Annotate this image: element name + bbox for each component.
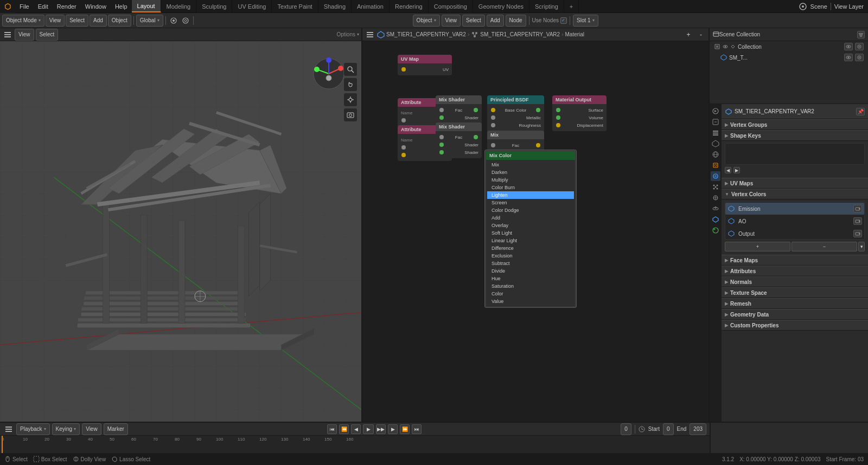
viewport-select-btn[interactable]: Select <box>36 29 59 41</box>
menu-item-file[interactable]: File <box>15 0 34 12</box>
marker-btn[interactable]: Marker <box>104 423 128 435</box>
tab-layout[interactable]: Layout <box>132 0 161 12</box>
use-nodes-checkbox[interactable] <box>560 17 567 24</box>
popup-overlay[interactable]: Overlay <box>487 222 574 229</box>
tab-uv-editing[interactable]: UV Editing <box>232 0 272 12</box>
vertex-groups-toggle[interactable]: ▶ Vertex Groups <box>722 119 868 130</box>
prop-icon-modifier[interactable] <box>711 171 720 181</box>
proportional-edit-icon[interactable] <box>180 15 191 27</box>
prop-icon-data[interactable] <box>711 215 720 224</box>
menu-item-help[interactable]: Help <box>111 0 132 12</box>
end-frame-field[interactable]: 203 <box>690 423 706 435</box>
tab-sculpting[interactable]: Sculpting <box>196 0 232 12</box>
hand-btn[interactable] <box>344 78 357 91</box>
popup-subtract[interactable]: Subtract <box>487 260 574 267</box>
pin-btn[interactable]: 📌 <box>856 108 865 115</box>
filter-icon[interactable] <box>857 31 865 38</box>
prop-icon-render[interactable] <box>711 106 720 116</box>
play-reverse-btn[interactable]: ▶▶ <box>376 424 386 434</box>
playback-btn[interactable]: Playback ▾ <box>16 423 50 435</box>
popup-mix[interactable]: Mix <box>487 161 574 169</box>
prop-icon-scene[interactable] <box>711 139 720 148</box>
popup-add[interactable]: Add <box>487 214 574 222</box>
vc-ao[interactable]: AO <box>725 215 864 227</box>
next-frame-btn[interactable]: ▶ <box>388 424 398 434</box>
popup-multiply[interactable]: Multiply <box>487 176 574 184</box>
prop-icon-object[interactable] <box>711 160 720 170</box>
vc-remove-btn[interactable]: − <box>792 242 857 251</box>
menu-item-edit[interactable]: Edit <box>34 0 53 12</box>
transform-selector[interactable]: Global ▾ <box>136 15 163 27</box>
menu-item-render[interactable]: Render <box>53 0 81 12</box>
playhead[interactable] <box>2 436 3 443</box>
magnify-btn[interactable] <box>344 63 357 76</box>
tab-texture-paint[interactable]: Texture Paint <box>272 0 318 12</box>
keying-btn[interactable]: Keying ▾ <box>52 423 80 435</box>
tab-compositing[interactable]: Compositing <box>429 0 473 12</box>
outliner-eye-btn[interactable] <box>844 43 853 50</box>
vc-emission-cam-btn[interactable] <box>853 205 862 212</box>
viewport-canvas[interactable]: User Perspective (0) Collection | SM_TIE… <box>0 41 361 422</box>
prop-icon-material[interactable] <box>711 225 720 235</box>
add-menu[interactable]: Add <box>90 15 107 27</box>
outliner-sm-item[interactable]: SM_T... <box>710 52 868 63</box>
popup-screen[interactable]: Screen <box>487 199 574 206</box>
node-select-menu[interactable]: Select <box>462 15 485 27</box>
frame-start-btn[interactable]: ⏮ <box>327 424 337 434</box>
node-dropdown-popup[interactable]: Mix Color Mix Darken Multiply Color Burn… <box>484 150 577 308</box>
outliner-render-btn[interactable] <box>855 43 864 50</box>
vc-output-cam-btn[interactable] <box>853 230 862 237</box>
menu-item-window[interactable]: Window <box>81 0 111 12</box>
prop-icon-constraints[interactable] <box>711 204 720 214</box>
tab-shading[interactable]: Shading <box>318 0 352 12</box>
popup-hue[interactable]: Hue <box>487 275 574 282</box>
node-add-menu[interactable]: Add <box>487 15 504 27</box>
node-editor-menu-icon[interactable] <box>365 29 375 41</box>
prev-frame-btn[interactable]: ◀ <box>351 424 361 434</box>
popup-value[interactable]: Value <box>487 298 574 305</box>
tab-modeling[interactable]: Modeling <box>161 0 197 12</box>
prop-icon-particles[interactable] <box>711 182 720 192</box>
vc-ao-cam-btn[interactable] <box>853 217 862 225</box>
node-material-output-left[interactable]: UV Map UV <box>398 55 452 75</box>
tab-rendering[interactable]: Rendering <box>390 0 429 12</box>
attributes-toggle[interactable]: ▶ Attributes <box>722 266 868 276</box>
popup-divide[interactable]: Divide <box>487 267 574 275</box>
vc-nav-btn[interactable]: ▾ <box>858 242 865 251</box>
sk-nav-left[interactable]: ◀ <box>725 167 731 173</box>
popup-soft-light[interactable]: Soft Light <box>487 229 574 237</box>
popup-saturation[interactable]: Saturation <box>487 282 574 290</box>
viewport-menu-icon[interactable] <box>2 29 13 41</box>
shape-keys-toggle[interactable]: ▶ Shape Keys <box>722 130 868 141</box>
viewport-view-btn[interactable]: View <box>15 29 34 41</box>
start-frame-field[interactable]: 0 <box>663 423 674 435</box>
prop-icon-world[interactable] <box>711 150 720 159</box>
popup-color[interactable]: Color <box>487 290 574 298</box>
outliner-sm-render[interactable] <box>855 54 864 61</box>
prop-icon-output[interactable] <box>711 117 720 127</box>
play-btn[interactable]: ▶ <box>363 424 374 434</box>
vc-output[interactable]: Output <box>725 228 864 240</box>
uv-maps-toggle[interactable]: ▶ UV Maps <box>722 178 868 189</box>
sk-nav-right[interactable]: ▶ <box>733 167 740 173</box>
snap-icon[interactable] <box>168 15 179 27</box>
prop-icon-view-layer[interactable] <box>711 128 720 138</box>
prev-keyframe-btn[interactable]: ⏪ <box>339 424 349 434</box>
tab-animation[interactable]: Animation <box>352 0 390 12</box>
popup-lighten[interactable]: Lighten <box>487 191 574 199</box>
node-zoom-in[interactable]: + <box>683 29 694 41</box>
popup-color-dodge[interactable]: Color Dodge <box>487 206 574 214</box>
outliner-scene-collection[interactable]: Collection <box>710 41 868 52</box>
next-keyframe-btn[interactable]: ⏩ <box>400 424 410 434</box>
face-maps-toggle[interactable]: ▶ Face Maps <box>722 255 868 266</box>
tab-geometry-nodes[interactable]: Geometry Nodes <box>473 0 529 12</box>
current-frame-display[interactable]: 0 <box>621 423 631 435</box>
tab-scripting[interactable]: Scripting <box>529 0 564 12</box>
normals-toggle[interactable]: ▶ Normals <box>722 276 868 287</box>
texture-space-toggle[interactable]: ▶ Texture Space <box>722 287 868 298</box>
popup-difference[interactable]: Difference <box>487 244 574 252</box>
geometry-data-toggle[interactable]: ▶ Geometry Data <box>722 309 868 320</box>
timeline-menu-icon[interactable] <box>3 423 14 435</box>
node-zoom-out[interactable]: - <box>695 29 706 41</box>
remesh-toggle[interactable]: ▶ Remesh <box>722 298 868 309</box>
